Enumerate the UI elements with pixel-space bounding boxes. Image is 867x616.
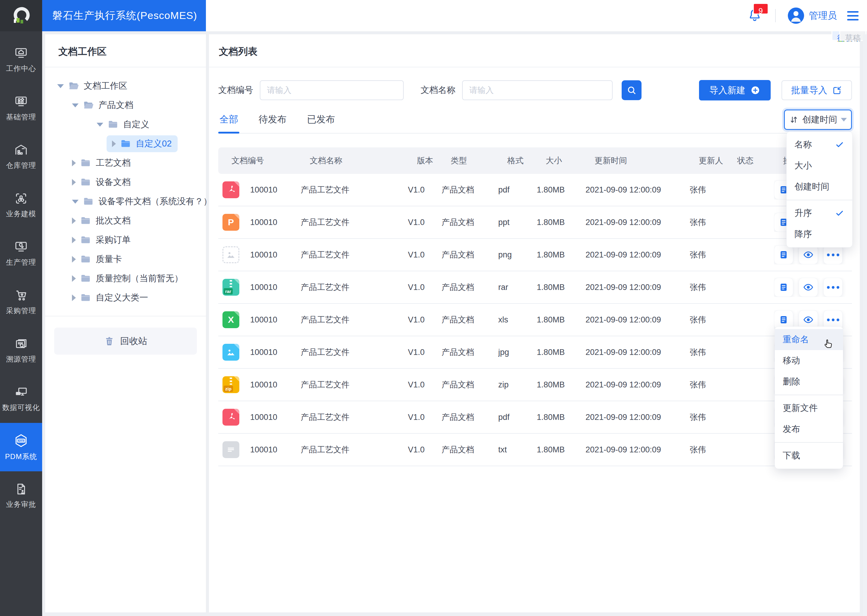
- more-actions-button[interactable]: [823, 245, 843, 264]
- tab[interactable]: 已发布: [306, 113, 336, 133]
- context-menu-item[interactable]: 发布: [775, 419, 843, 440]
- table-row[interactable]: 100010 产品工艺文件 V1.0 产品文档 jpg 1.80MB 2021-…: [218, 336, 852, 369]
- table-row[interactable]: zip 100010 产品工艺文件 V1.0 产品文档 zip 1.80MB 2…: [218, 369, 852, 401]
- table-row[interactable]: 100010 产品工艺文件 V1.0 产品文档 png 1.80MB 2021-…: [218, 239, 852, 271]
- archive-label: rar: [224, 288, 233, 294]
- sidebar-item-label: 仓库管理: [6, 160, 36, 170]
- tree-node[interactable]: 采购订单: [45, 230, 206, 250]
- tree-node[interactable]: 设备零件文档（系统没有？）: [45, 192, 206, 211]
- tree-caret-icon[interactable]: [72, 200, 79, 204]
- context-menu-item[interactable]: 下载: [775, 445, 843, 466]
- table-row[interactable]: 100010 产品工艺文件 V1.0 产品文档 txt 1.80MB 2021-…: [218, 434, 852, 466]
- doc-size: 1.80MB: [537, 413, 585, 422]
- sidebar-item[interactable]: 采购管理: [0, 278, 42, 326]
- doc-no-input[interactable]: [260, 80, 404, 100]
- tree-node[interactable]: 自定义大类一: [45, 288, 206, 307]
- detail-button[interactable]: [774, 278, 793, 297]
- tree-caret-icon[interactable]: [57, 84, 64, 88]
- context-menu-item[interactable]: 更新文件: [775, 398, 843, 419]
- doc-version: V1.0: [408, 250, 441, 259]
- tree-node-label: 批次文档: [96, 215, 131, 227]
- col-updater: 更新人: [699, 155, 737, 166]
- sort-menu-item[interactable]: 升序: [787, 203, 852, 224]
- preview-button[interactable]: [799, 278, 818, 297]
- context-menu-item-label: 发布: [783, 423, 800, 435]
- table-row[interactable]: X 100010 产品工艺文件 V1.0 产品文档 xls 1.80MB 202…: [218, 304, 852, 336]
- folder-icon: [81, 274, 91, 283]
- tree-node[interactable]: 自定义: [45, 115, 206, 134]
- doc-no: 100010: [250, 348, 301, 357]
- file-type-cell: [222, 409, 250, 426]
- sidebar-item[interactable]: 溯源管理: [0, 326, 42, 374]
- doc-format: txt: [498, 445, 537, 454]
- app-logo[interactable]: [0, 0, 42, 31]
- tree-node[interactable]: 产品文档: [45, 96, 206, 115]
- tabs-row: 全部 待发布 已发布 创建时间: [218, 111, 852, 134]
- tree-caret-icon[interactable]: [97, 123, 103, 127]
- table-row[interactable]: 100010 产品工艺文件 V1.0 产品文档 pdf 1.80MB 2021-…: [218, 401, 852, 434]
- avatar[interactable]: [788, 8, 804, 24]
- tree-caret-icon[interactable]: [72, 179, 76, 185]
- sidebar-item[interactable]: 数据可视化: [0, 374, 42, 423]
- context-menu-item[interactable]: 删除: [775, 371, 843, 392]
- context-menu-item[interactable]: 重命名: [775, 329, 843, 350]
- doc-size: 1.80MB: [537, 380, 585, 390]
- import-new-button[interactable]: 导入新建: [699, 80, 771, 101]
- more-actions-button[interactable]: [823, 278, 843, 297]
- sort-menu-item[interactable]: 大小: [787, 155, 852, 176]
- sidebar-item[interactable]: 基础管理: [0, 84, 42, 132]
- table-row[interactable]: 100010 产品工艺文件 V1.0 产品文档 pdf 1.80MB 2021-…: [218, 174, 852, 206]
- notification-button[interactable]: 9: [747, 8, 762, 24]
- context-menu-item[interactable]: 移动: [775, 350, 843, 371]
- tree-node[interactable]: 设备文档: [45, 173, 206, 192]
- recycle-bin-button[interactable]: 回收站: [54, 328, 197, 355]
- tree-caret-icon[interactable]: [72, 275, 76, 282]
- tree-caret-icon[interactable]: [72, 160, 76, 167]
- tree-node[interactable]: 批次文档: [45, 211, 206, 230]
- doc-name: 产品工艺文件: [301, 217, 408, 228]
- ellipsis-icon: [827, 286, 839, 289]
- sort-menu-item[interactable]: 降序: [787, 224, 852, 245]
- folder-icon: [84, 101, 94, 110]
- sort-arrows-icon: [789, 115, 799, 124]
- tree-caret-icon[interactable]: [72, 237, 76, 244]
- col-format: 格式: [507, 155, 546, 166]
- tree-node[interactable]: 质量卡: [45, 250, 206, 269]
- sort-menu-item[interactable]: 名称: [787, 134, 852, 155]
- tree-caret-icon[interactable]: [72, 256, 76, 262]
- tree-node[interactable]: 文档工作区: [45, 76, 206, 96]
- detail-button[interactable]: [774, 245, 793, 264]
- tree-node[interactable]: 质量控制（当前暂无）: [45, 269, 206, 288]
- doc-name: 产品工艺文件: [301, 379, 408, 390]
- doc-name-input[interactable]: [462, 80, 613, 100]
- batch-import-button[interactable]: 批量导入: [782, 80, 852, 100]
- tree-caret-icon[interactable]: [72, 104, 79, 107]
- user-name[interactable]: 管理员: [809, 9, 837, 22]
- sidebar-item[interactable]: 仓库管理: [0, 132, 42, 181]
- doc-name: 产品工艺文件: [301, 184, 408, 195]
- file-type-icon: zip: [222, 376, 239, 393]
- tree-node[interactable]: 工艺文档: [45, 153, 206, 173]
- tree-caret-icon[interactable]: [72, 217, 76, 224]
- sidebar-item[interactable]: 业务审批: [0, 471, 42, 520]
- page-scrollbar[interactable]: [863, 34, 867, 616]
- tree-node[interactable]: 自定义02: [45, 134, 206, 153]
- menu-toggle-button[interactable]: [847, 11, 859, 20]
- tree-caret-icon[interactable]: [72, 294, 76, 301]
- sort-button[interactable]: 创建时间: [784, 110, 852, 130]
- sidebar-item[interactable]: 工作中心: [0, 36, 42, 84]
- tab[interactable]: 全部: [218, 113, 239, 133]
- table-row[interactable]: P 100010 产品工艺文件 V1.0 产品文档 ppt 1.80MB 202…: [218, 206, 852, 239]
- tree-caret-icon[interactable]: [112, 140, 116, 147]
- preview-button[interactable]: [799, 245, 818, 264]
- sidebar-item-label: 生产管理: [6, 258, 36, 267]
- doc-no: 100010: [250, 283, 301, 292]
- table-row[interactable]: rar 100010 产品工艺文件 V1.0 产品文档 rar 1.80MB 2…: [218, 271, 852, 304]
- sort-menu-item[interactable]: 创建时间: [787, 176, 852, 197]
- doc-type: 产品文档: [441, 184, 498, 195]
- sidebar-item[interactable]: 生产管理: [0, 229, 42, 278]
- sidebar-item[interactable]: 业务建模: [0, 181, 42, 229]
- tab[interactable]: 待发布: [257, 113, 288, 133]
- search-button[interactable]: [622, 80, 642, 100]
- sidebar-item[interactable]: PDM PDM系统: [0, 423, 42, 471]
